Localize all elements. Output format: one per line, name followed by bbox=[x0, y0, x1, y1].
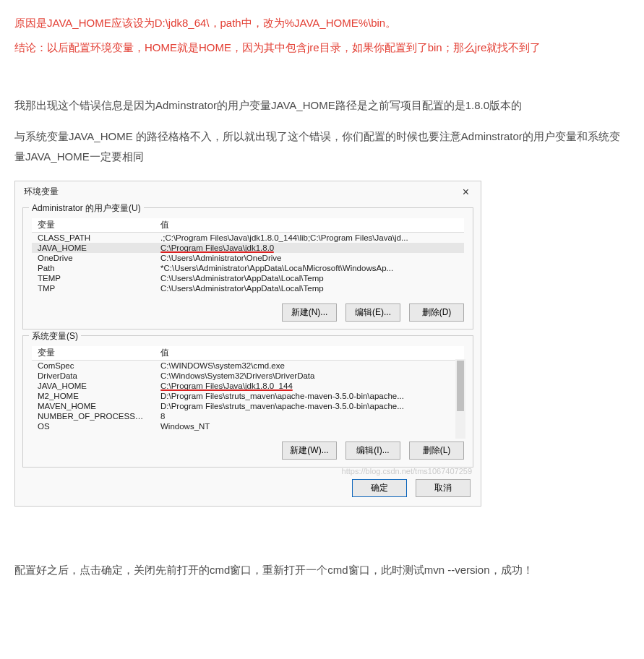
scroll-thumb[interactable] bbox=[457, 361, 464, 411]
table-row[interactable]: TMPC:\Users\Administrator\AppData\Local\… bbox=[32, 283, 464, 293]
table-row[interactable]: OneDriveC:\Users\Administrator\OneDrive bbox=[32, 253, 464, 263]
explain-para-2: 与系统变量JAVA_HOME 的路径格格不入，所以就出现了这个错误，你们配置的时… bbox=[14, 126, 630, 168]
col-header-val[interactable]: 值 bbox=[155, 218, 464, 233]
explain-para-1: 我那出现这个错误信息是因为Adminstrator的用户变量JAVA_HOME路… bbox=[14, 95, 630, 116]
sys-vars-table[interactable]: 变量 值 ComSpecC:\WINDOWS\system32\cmd.exe … bbox=[32, 346, 464, 431]
reason-text: 原因是JAVA_HOME应该设为D:\jdk8_64\，path中，改为%JAV… bbox=[14, 14, 630, 32]
final-para: 配置好之后，点击确定，关闭先前打开的cmd窗口，重新打开一个cmd窗口，此时测试… bbox=[14, 560, 630, 581]
conclusion-text: 结论：以后配置环境变量，HOME就是HOME，因为其中包含jre目录，如果你配置… bbox=[14, 39, 630, 56]
table-row[interactable]: ComSpecC:\WINDOWS\system32\cmd.exe bbox=[32, 360, 464, 371]
sys-vars-legend: 系统变量(S) bbox=[29, 330, 81, 343]
table-row[interactable]: Path*C:\Users\Administrator\AppData\Loca… bbox=[32, 263, 464, 273]
annotated-value: C:\Program Files\Java\jdk1.8.0 bbox=[160, 244, 274, 252]
table-row[interactable]: TEMPC:\Users\Administrator\AppData\Local… bbox=[32, 273, 464, 283]
sys-new-button[interactable]: 新建(W)... bbox=[282, 442, 337, 460]
env-vars-dialog: 环境变量 × Administrator 的用户变量(U) 变量 值 CLASS… bbox=[14, 181, 481, 507]
user-new-button[interactable]: 新建(N)... bbox=[282, 303, 337, 322]
col-header-val[interactable]: 值 bbox=[155, 346, 464, 361]
sys-delete-button[interactable]: 删除(L) bbox=[409, 442, 464, 460]
sys-edit-button[interactable]: 编辑(I)... bbox=[345, 442, 400, 460]
user-vars-group: Administrator 的用户变量(U) 变量 值 CLASS_PATH.;… bbox=[22, 207, 473, 330]
table-row[interactable]: CLASS_PATH.;C:\Program Files\Java\jdk1.8… bbox=[32, 232, 464, 243]
user-vars-legend: Administrator 的用户变量(U) bbox=[29, 202, 144, 215]
cancel-button[interactable]: 取消 bbox=[416, 479, 471, 497]
table-row[interactable]: JAVA_HOMEC:\Program Files\Java\jdk1.8.0 bbox=[32, 243, 464, 253]
close-icon[interactable]: × bbox=[458, 186, 473, 199]
sys-scrollbar[interactable] bbox=[455, 359, 465, 439]
user-vars-table[interactable]: 变量 值 CLASS_PATH.;C:\Program Files\Java\j… bbox=[32, 218, 464, 293]
user-edit-button[interactable]: 编辑(E)... bbox=[345, 303, 400, 322]
table-row[interactable]: M2_HOMED:\Program Files\struts_maven\apa… bbox=[32, 391, 464, 401]
col-header-var[interactable]: 变量 bbox=[32, 218, 155, 233]
watermark: https://blog.csdn.net/tms1067407259 bbox=[342, 467, 472, 475]
sys-vars-group: 系统变量(S) 变量 值 ComSpecC:\WINDOWS\system32\… bbox=[22, 335, 473, 468]
dialog-title: 环境变量 bbox=[24, 186, 59, 198]
col-header-var[interactable]: 变量 bbox=[32, 346, 155, 361]
table-row[interactable]: NUMBER_OF_PROCESSORS8 bbox=[32, 411, 464, 421]
table-row[interactable]: JAVA_HOMEC:\Program Files\Java\jdk1.8.0_… bbox=[32, 381, 464, 391]
ok-button[interactable]: 确定 bbox=[352, 479, 407, 497]
table-row[interactable]: OSWindows_NT bbox=[32, 421, 464, 431]
table-row[interactable]: DriverDataC:\Windows\System32\Drivers\Dr… bbox=[32, 371, 464, 381]
annotated-value: C:\Program Files\Java\jdk1.8.0_144 bbox=[160, 382, 293, 390]
table-row[interactable]: MAVEN_HOMED:\Program Files\struts_maven\… bbox=[32, 401, 464, 411]
user-delete-button[interactable]: 删除(D) bbox=[409, 303, 464, 322]
